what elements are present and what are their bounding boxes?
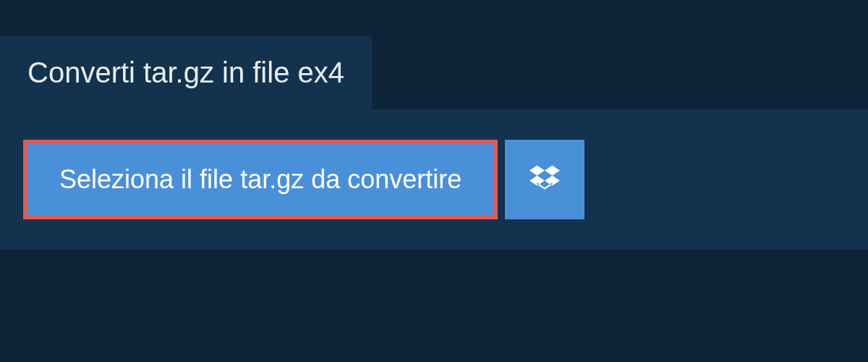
page-title: Converti tar.gz in file ex4 — [0, 36, 372, 109]
upload-panel: Seleziona il file tar.gz da convertire — [0, 109, 868, 250]
button-row: Seleziona il file tar.gz da convertire — [23, 140, 845, 219]
page-title-text: Converti tar.gz in file ex4 — [27, 56, 344, 88]
select-file-button[interactable]: Seleziona il file tar.gz da convertire — [23, 140, 498, 219]
dropbox-button[interactable] — [505, 140, 584, 219]
dropbox-icon — [529, 163, 560, 196]
select-file-label: Seleziona il file tar.gz da convertire — [59, 164, 461, 195]
